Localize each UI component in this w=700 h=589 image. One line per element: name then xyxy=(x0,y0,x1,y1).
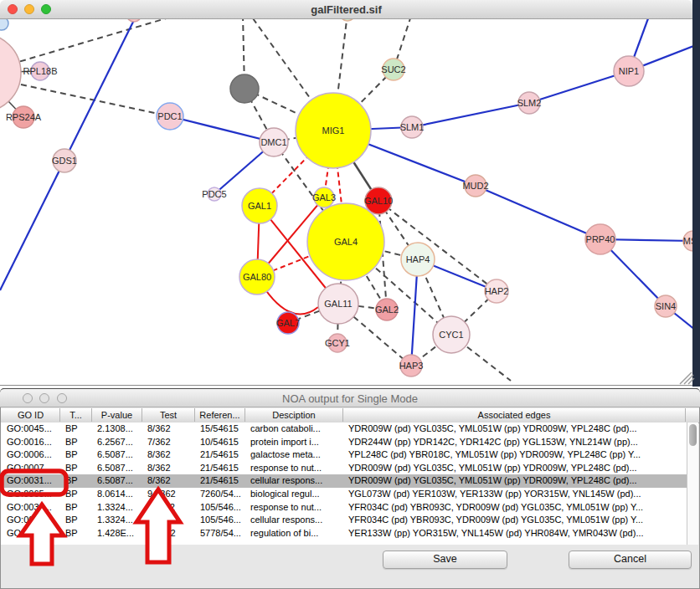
edge-blue xyxy=(412,103,529,127)
cell-edges: YGL073W (pd) YER103W, YER133W (pp) YOR31… xyxy=(345,488,687,501)
table-scrollbar[interactable] xyxy=(687,423,698,545)
node-label-hap3: HAP3 xyxy=(399,361,424,371)
table-row[interactable]: GO:0065...BP8.0614...94/3627260/54...bio… xyxy=(1,488,687,501)
node-label-gds1: GDS1 xyxy=(52,156,77,166)
table-row[interactable]: GO:0016...BP6.2567...7/36210/54615protei… xyxy=(1,436,687,449)
node-label-rpl18b: RPL18B xyxy=(23,66,58,76)
column-header-description[interactable]: Desciption xyxy=(245,408,343,422)
cell-edges: YER133W (pp) YOR315W, YNL145W (pd) YHR08… xyxy=(345,527,687,540)
cell-go_id: GO:0016... xyxy=(3,436,62,449)
node-label-dmc1: DMC1 xyxy=(260,137,286,147)
cell-test: 8/362 xyxy=(144,423,197,436)
cell-go_id: GO:0050... xyxy=(3,527,62,540)
cell-reference: 105/546... xyxy=(197,501,247,515)
node-grayn[interactable] xyxy=(230,74,259,103)
edge-gray xyxy=(378,201,497,291)
table-row[interactable]: GO:0050...BP1.428E...80/3625778/54...reg… xyxy=(1,527,687,540)
cell-type: BP xyxy=(62,501,94,515)
header-scroll-corner xyxy=(686,408,699,422)
edge-gray xyxy=(0,17,172,73)
node-label-rps24a: RPS24A xyxy=(6,112,42,122)
cell-type: BP xyxy=(62,514,94,527)
cell-edges: YDR009W (pd) YGL035C, YML051W (pp) YDR00… xyxy=(345,423,687,436)
cell-type: BP xyxy=(62,527,94,540)
node-label-gal4: GAL4 xyxy=(334,237,358,247)
edge-blue xyxy=(170,116,274,142)
cell-test: 8/362 xyxy=(144,448,197,462)
cancel-button[interactable]: Cancel xyxy=(569,551,692,569)
cell-type: BP xyxy=(62,488,94,501)
cell-p_value: 1.3324... xyxy=(94,514,144,527)
table-row[interactable]: GO:0006...BP6.5087...8/36221/54615galact… xyxy=(1,448,687,462)
node-label-pdc5: PDC5 xyxy=(202,189,226,199)
cell-description: response to nut... xyxy=(247,462,345,475)
cell-edges: YDR244W (pp) YDR142C, YDR142C (pp) YGL15… xyxy=(345,436,687,449)
cell-p_value: 8.0614... xyxy=(94,488,144,501)
noa-window-titlebar: NOA output for Single Mode xyxy=(0,388,700,407)
screen: RPL18BRPS24AGDS1PDC1DMC1MIG1SUC2SLM1SLM2… xyxy=(0,0,700,589)
column-header-type[interactable]: T... xyxy=(60,408,92,422)
cell-edges: YFR034C (pd) YBR093C, YDR009W (pd) YGL03… xyxy=(345,501,687,515)
node-label-cyc1: CYC1 xyxy=(439,330,463,340)
column-header-reference[interactable]: Referen... xyxy=(195,408,245,422)
node-bigleft[interactable] xyxy=(0,33,21,112)
save-button[interactable]: Save xyxy=(383,551,507,569)
cell-reference: 5778/54... xyxy=(197,527,247,540)
cell-test: 8/362 xyxy=(144,474,197,488)
node-label-gal1: GAL1 xyxy=(248,201,271,211)
node-label-gal7: GAL7 xyxy=(276,318,300,328)
cell-p_value: 6.2567... xyxy=(94,436,144,449)
noa-window-title: NOA output for Single Mode xyxy=(0,389,700,407)
network-canvas[interactable]: RPL18BRPS24AGDS1PDC1DMC1MIG1SUC2SLM1SLM2… xyxy=(0,0,700,386)
node-label-prp40: PRP40 xyxy=(586,234,615,244)
cell-p_value: 1.428E... xyxy=(94,527,144,540)
column-header-edges[interactable]: Associated edges xyxy=(343,408,686,422)
cell-go_id: GO:0031... xyxy=(3,474,62,488)
resize-grip-icon[interactable] xyxy=(675,371,695,385)
cell-test: 11/362 xyxy=(144,514,197,527)
cell-p_value: 1.3324... xyxy=(94,501,144,515)
cell-go_id: GO:0031... xyxy=(3,501,62,515)
node-label-gcy1: GCY1 xyxy=(325,338,350,348)
desktop-edge xyxy=(692,0,700,387)
column-header-test[interactable]: Test xyxy=(142,408,195,422)
edge-blue xyxy=(476,186,600,239)
cell-type: BP xyxy=(62,462,94,475)
table-row[interactable]: GO:0007...BP6.5087...8/36221/54615respon… xyxy=(1,462,687,475)
cell-reference: 7260/54... xyxy=(197,488,247,501)
cell-description: cellular respons... xyxy=(247,474,345,488)
node-label-gal10: GAL10 xyxy=(364,196,393,206)
cell-type: BP xyxy=(62,423,94,436)
cell-p_value: 6.5087... xyxy=(94,448,144,462)
cell-go_id: GO:0006... xyxy=(3,448,62,462)
table-body: GO:0045...BP2.1308...8/36215/54615carbon… xyxy=(1,423,687,545)
node-label-nip1: NIP1 xyxy=(619,66,639,76)
cell-description: protein import i... xyxy=(247,436,345,449)
node-label-mud2: MUD2 xyxy=(462,181,488,191)
cell-description: response to nut... xyxy=(247,501,345,515)
table-row[interactable]: GO:0031...BP1.3324...11/362105/546...res… xyxy=(1,501,687,515)
scrollbar-thumb[interactable] xyxy=(689,424,697,446)
table-row[interactable]: GO:0031...BP1.3324...11/362105/546...cel… xyxy=(1,514,687,527)
cell-edges: YDR009W (pd) YGL035C, YML051W (pp) YDR00… xyxy=(345,462,687,475)
cell-description: regulation of bi... xyxy=(247,527,345,540)
table-row[interactable]: GO:0031...BP6.5087...8/36221/54615cellul… xyxy=(1,474,687,488)
node-label-hap4: HAP4 xyxy=(406,254,430,264)
node-label-pdc1: PDC1 xyxy=(157,111,182,121)
column-header-p_value[interactable]: P-value xyxy=(92,408,142,422)
table-row[interactable]: GO:0045...BP2.1308...8/36215/54615carbon… xyxy=(1,423,687,436)
cell-test: 94/362 xyxy=(144,488,197,501)
cell-test: 8/362 xyxy=(144,462,197,475)
cell-description: biological regul... xyxy=(247,488,345,501)
network-graph: RPL18BRPS24AGDS1PDC1DMC1MIG1SUC2SLM1SLM2… xyxy=(0,0,700,386)
column-header-go_id[interactable]: GO ID xyxy=(2,408,60,422)
node-label-suc2: SUC2 xyxy=(381,64,405,74)
cell-p_value: 6.5087... xyxy=(94,462,144,475)
cell-description: cellular respons... xyxy=(247,514,345,527)
main-window-title: galFiltered.sif xyxy=(0,0,692,18)
node-label-gal2: GAL2 xyxy=(375,305,399,315)
cell-reference: 21/54615 xyxy=(197,462,247,475)
node-label-sin4: SIN4 xyxy=(656,301,676,311)
cell-reference: 21/54615 xyxy=(197,448,247,462)
cell-p_value: 2.1308... xyxy=(94,423,144,436)
